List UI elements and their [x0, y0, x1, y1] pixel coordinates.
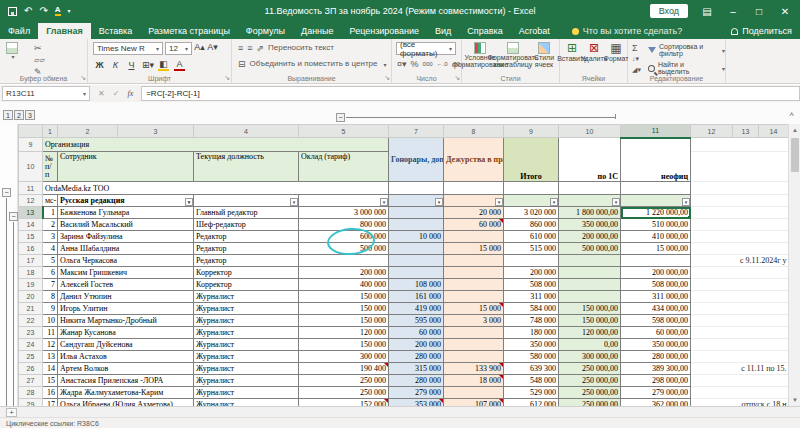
- redo-icon[interactable]: ↷: [39, 6, 47, 16]
- cell-number[interactable]: 14: [43, 363, 58, 375]
- share-button[interactable]: Поделиться: [731, 26, 792, 36]
- cell-duty[interactable]: [444, 279, 504, 291]
- clear-icon[interactable]: ◢▾: [632, 65, 641, 75]
- cell-number[interactable]: 11: [43, 327, 58, 339]
- outline-level-1-button[interactable]: 1: [3, 110, 13, 120]
- insert-function-icon[interactable]: fx: [127, 89, 133, 98]
- tab-acrobat[interactable]: Acrobat: [511, 23, 558, 39]
- font-name-select[interactable]: Times New R▾: [93, 42, 163, 55]
- filter-icon[interactable]: ▾: [185, 198, 193, 206]
- cell-filter[interactable]: ▾: [559, 195, 621, 207]
- cell-position[interactable]: Журналист: [194, 339, 299, 351]
- cell-fees[interactable]: [389, 267, 444, 279]
- cell-salary[interactable]: 600 000: [299, 231, 389, 243]
- cell-employee[interactable]: Ольга Черкасова: [58, 255, 194, 267]
- tell-me-box[interactable]: Что вы хотите сделать?: [572, 26, 683, 39]
- tab-рецензирование[interactable]: Рецензирование: [342, 23, 428, 39]
- cell-duty[interactable]: [444, 255, 504, 267]
- accounting-format-icon[interactable]: ¤▾: [397, 59, 407, 69]
- row-group-collapse-button[interactable]: −: [2, 188, 11, 197]
- clipboard-dialog-launcher-icon[interactable]: ↘: [80, 74, 86, 82]
- cell-number[interactable]: 13: [43, 351, 58, 363]
- paste-button[interactable]: ▾: [6, 42, 18, 61]
- cell-note[interactable]: [691, 375, 789, 387]
- cell-employee[interactable]: Артем Волков: [58, 363, 194, 375]
- row-header[interactable]: 13: [19, 207, 43, 219]
- cell-number[interactable]: 10: [43, 315, 58, 327]
- cell-total[interactable]: 180 000: [504, 327, 559, 339]
- cell-duty[interactable]: 15 000: [444, 303, 504, 315]
- cell-duty[interactable]: [444, 231, 504, 243]
- header-fees[interactable]: Гонорары, доплаты, премии: [389, 138, 444, 182]
- column-header-13[interactable]: 13: [733, 125, 759, 138]
- cell-unofficial[interactable]: [621, 255, 691, 267]
- cell-1c[interactable]: 500 000,00: [559, 243, 621, 255]
- cell-1c[interactable]: 150 000,00: [559, 303, 621, 315]
- italic-button[interactable]: К: [110, 60, 121, 70]
- cell-employee[interactable]: Жанар Кусанова: [58, 327, 194, 339]
- cell-unofficial[interactable]: 350 000,00: [621, 339, 691, 351]
- cell-unofficial[interactable]: 200 000,00: [621, 267, 691, 279]
- cell-employee[interactable]: Данил Утюпин: [58, 291, 194, 303]
- header-total[interactable]: Итого: [504, 138, 559, 182]
- enter-icon[interactable]: ✓: [113, 89, 120, 98]
- cell-fees[interactable]: 10 000: [389, 231, 444, 243]
- cell-1c[interactable]: 150 000,00: [559, 315, 621, 327]
- cell-salary[interactable]: 150 000: [299, 339, 389, 351]
- cell-duty[interactable]: [444, 387, 504, 399]
- cell-position[interactable]: Журналист: [194, 303, 299, 315]
- cell-total[interactable]: 610 000: [504, 231, 559, 243]
- cell-total[interactable]: [504, 255, 559, 267]
- column-header-2[interactable]: 2: [58, 125, 118, 138]
- cell-position[interactable]: Журналист: [194, 387, 299, 399]
- outline-level-2-button[interactable]: 2: [14, 110, 24, 120]
- cell-1c[interactable]: 200 000,00: [559, 231, 621, 243]
- cell-total[interactable]: 350 000: [504, 339, 559, 351]
- close-button[interactable]: ✕: [778, 6, 792, 17]
- cell-unofficial[interactable]: 510 000,00: [621, 219, 691, 231]
- cell-employee[interactable]: Василий Масальский: [58, 219, 194, 231]
- format-as-table-button[interactable]: Форматировать как таблицу: [496, 42, 530, 68]
- cell-org-label[interactable]: Организация: [43, 138, 389, 152]
- cell-position[interactable]: Редактор: [194, 243, 299, 255]
- row-header[interactable]: 22: [19, 315, 43, 327]
- header-salary[interactable]: Оклад (тариф): [299, 152, 389, 182]
- cell-salary[interactable]: 800 000: [299, 219, 389, 231]
- cell-position[interactable]: Журналист: [194, 399, 299, 407]
- tab-разметка-страницы[interactable]: Разметка страницы: [140, 23, 238, 39]
- cell-note[interactable]: [691, 315, 789, 327]
- column-header-7[interactable]: 7: [389, 125, 444, 138]
- cell-position[interactable]: Редактор: [194, 255, 299, 267]
- cell-1c[interactable]: 120 000,00: [559, 327, 621, 339]
- cell-salary[interactable]: 500 000: [299, 243, 389, 255]
- cell-fees[interactable]: 200 000: [389, 339, 444, 351]
- cell-note[interactable]: [691, 387, 789, 399]
- ribbon-display-options-icon[interactable]: ▤: [700, 6, 714, 17]
- grow-font-icon[interactable]: A▴: [194, 42, 205, 55]
- cell-employee[interactable]: Ольга Ибраева (Юлия Ахметова): [58, 399, 194, 407]
- cell-number[interactable]: 9: [43, 303, 58, 315]
- cell-filter[interactable]: ▾: [504, 195, 559, 207]
- cell-total[interactable]: 515 000: [504, 243, 559, 255]
- align-top-icon[interactable]: ≡: [238, 43, 243, 53]
- cell-duty[interactable]: [444, 339, 504, 351]
- cell-salary[interactable]: 400 000: [299, 279, 389, 291]
- row-header[interactable]: 27: [19, 375, 43, 387]
- cell-employee[interactable]: Сандугаш Дуйсенова: [58, 339, 194, 351]
- row-header[interactable]: 28: [19, 387, 43, 399]
- cell-employee[interactable]: Илья Астахов: [58, 351, 194, 363]
- find-select-button[interactable]: Найти и выделить ▾: [648, 61, 725, 75]
- bold-button[interactable]: Ж: [94, 60, 105, 70]
- header-employee[interactable]: Сотрудник: [58, 152, 194, 182]
- signin-button[interactable]: Вход: [650, 4, 688, 18]
- cell-total[interactable]: 748 000: [504, 315, 559, 327]
- cell-employee[interactable]: Анна Шабалдина: [58, 243, 194, 255]
- cell-duty[interactable]: 107 000: [444, 399, 504, 407]
- row-header[interactable]: 18: [19, 267, 43, 279]
- cell-total[interactable]: 639 300: [504, 363, 559, 375]
- cell-unofficial[interactable]: 598 000,00: [621, 315, 691, 327]
- name-box[interactable]: R13C11 ▾: [2, 86, 90, 101]
- cell-total[interactable]: 584 000: [504, 303, 559, 315]
- scroll-up-icon[interactable]: ▲: [789, 124, 800, 136]
- cell-company[interactable]: OrdaMedia.kz ТОО: [43, 182, 389, 195]
